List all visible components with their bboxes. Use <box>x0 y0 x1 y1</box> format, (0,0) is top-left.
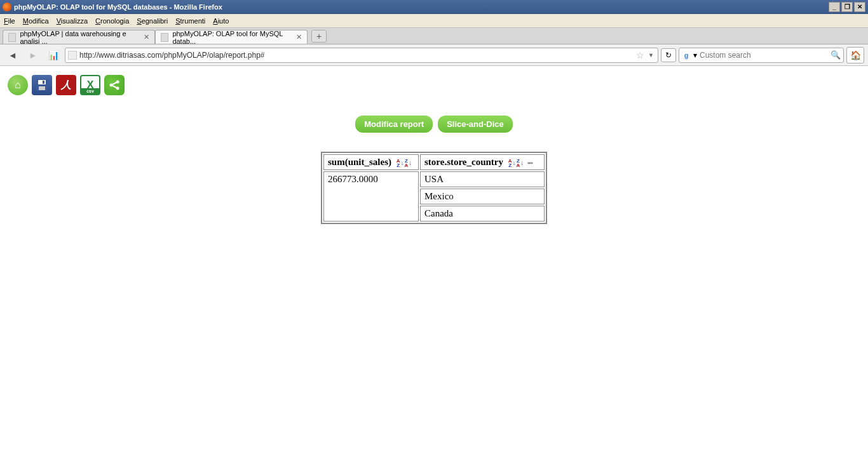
tab-label: phpMyOLAP: OLAP tool for MySQL datab... <box>172 30 290 45</box>
close-tab-icon[interactable]: ✕ <box>296 33 302 41</box>
search-engine-dropdown-icon[interactable]: ▾ <box>693 51 697 60</box>
sort-arrow-icon[interactable]: ↓ <box>513 161 516 165</box>
restore-button[interactable]: ❐ <box>841 2 853 12</box>
sort-arrow-icon[interactable]: ↓ <box>409 161 412 165</box>
firefox-icon <box>3 3 11 11</box>
menu-help[interactable]: Aiuto <box>213 17 229 25</box>
search-box[interactable]: g ▾ 🔍 <box>679 48 844 63</box>
menu-bookmarks[interactable]: Segnalibri <box>137 17 168 25</box>
url-bar[interactable]: ☆ ▼ <box>65 48 658 63</box>
menu-view[interactable]: Visualizza <box>57 17 88 25</box>
app-toolbar: ⌂ 人 X <box>6 72 862 103</box>
site-icon <box>68 51 77 60</box>
tab-label: phpMyOLAP | data warehousing e analisi .… <box>20 30 137 45</box>
bookmark-star-icon[interactable]: ☆ <box>636 50 644 60</box>
svg-rect-3 <box>43 81 44 84</box>
pdf-export-icon[interactable]: 人 <box>56 75 76 95</box>
sort-arrow-icon[interactable]: ↓ <box>401 161 404 165</box>
forward-button[interactable]: ► <box>24 47 42 63</box>
dimension-value: Mexico <box>420 189 545 204</box>
history-button[interactable]: 📊 <box>44 47 62 63</box>
sort-arrow-icon[interactable]: ↓ <box>520 161 524 165</box>
svg-rect-1 <box>38 80 46 84</box>
menu-file[interactable]: File <box>4 17 15 25</box>
table-row: 266773.0000 USA <box>323 171 545 187</box>
home-icon[interactable]: ⌂ <box>8 75 28 95</box>
action-buttons: Modifica report Slice-and-Dice <box>6 116 862 133</box>
measure-value: 266773.0000 <box>323 171 419 222</box>
close-tab-icon[interactable]: ✕ <box>144 33 149 41</box>
svg-rect-2 <box>39 86 45 90</box>
home-button[interactable]: 🏠 <box>846 47 864 63</box>
window-titlebar: phpMyOLAP: OLAP tool for MySQL databases… <box>0 0 868 14</box>
floppy-icon <box>35 78 49 92</box>
minimize-button[interactable]: _ <box>829 2 840 12</box>
back-button[interactable]: ◄ <box>4 47 22 63</box>
url-dropdown-icon[interactable]: ▼ <box>647 52 655 58</box>
measure-header: sum(unit_sales) AZ↓ ZA↓ <box>323 154 419 170</box>
filter-icon[interactable]: ▪▪▪ <box>527 159 536 166</box>
nav-bar: ◄ ► 📊 ☆ ▼ ↻ g ▾ 🔍 🏠 <box>0 44 868 66</box>
window-title: phpMyOLAP: OLAP tool for MySQL databases… <box>14 3 222 11</box>
sort-asc-icon[interactable]: AZ <box>397 159 400 168</box>
save-icon[interactable] <box>32 75 52 95</box>
menu-bar: File Modifica Visualizza Cronologia Segn… <box>0 14 868 28</box>
sort-desc-icon[interactable]: ZA <box>405 159 409 168</box>
menu-history[interactable]: Cronologia <box>95 17 129 25</box>
tab-bar: phpMyOLAP | data warehousing e analisi .… <box>0 28 868 44</box>
menu-edit[interactable]: Modifica <box>23 17 49 25</box>
slice-and-dice-button[interactable]: Slice-and-Dice <box>438 116 513 133</box>
svg-line-7 <box>111 82 118 85</box>
dimension-value: Canada <box>420 206 545 222</box>
close-window-button[interactable]: ✕ <box>854 2 865 12</box>
share-glyph-icon <box>108 79 121 91</box>
browser-tab-1[interactable]: phpMyOLAP | data warehousing e analisi .… <box>3 30 155 44</box>
dimension-value: USA <box>420 171 545 187</box>
search-icon[interactable]: 🔍 <box>831 50 841 60</box>
sort-desc-icon[interactable]: ZA <box>517 159 520 168</box>
browser-tab-2[interactable]: phpMyOLAP: OLAP tool for MySQL datab... … <box>155 30 308 44</box>
search-input[interactable] <box>700 51 828 60</box>
olap-table: sum(unit_sales) AZ↓ ZA↓ store.store_coun… <box>321 152 547 224</box>
google-icon: g <box>682 51 691 60</box>
new-tab-button[interactable]: + <box>311 30 327 43</box>
menu-tools[interactable]: Strumenti <box>175 17 205 25</box>
page-icon <box>161 33 168 42</box>
dimension-header-label: store.store_country <box>424 157 503 167</box>
modify-report-button[interactable]: Modifica report <box>355 116 433 133</box>
dimension-header: store.store_country AZ↓ ZA↓ ▪▪▪ <box>420 154 545 170</box>
url-input[interactable] <box>79 51 634 60</box>
reload-button[interactable]: ↻ <box>661 48 676 62</box>
page-content: ⌂ 人 X Modifica report Slice-and-Dice <box>0 66 868 230</box>
excel-export-icon[interactable]: X <box>80 75 100 95</box>
sort-asc-icon[interactable]: AZ <box>508 159 512 168</box>
share-icon[interactable] <box>104 75 125 95</box>
measure-header-label: sum(unit_sales) <box>328 157 391 167</box>
svg-line-8 <box>111 85 118 88</box>
page-icon <box>8 33 16 42</box>
